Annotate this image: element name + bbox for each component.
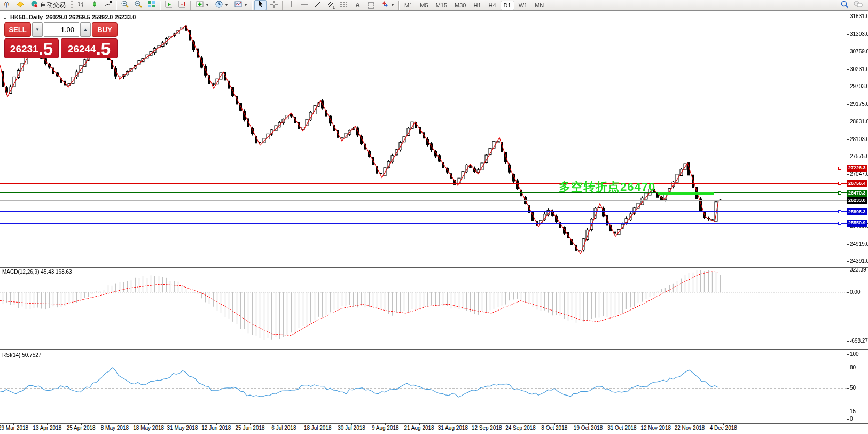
timeframe-button-d1[interactable]: D1	[501, 1, 514, 10]
auto-scroll-button[interactable]	[162, 0, 175, 10]
level-line-handle[interactable]	[838, 167, 841, 170]
date-label: 13 Apr 2018	[33, 425, 61, 431]
date-axis-border	[0, 423, 868, 424]
line-chart-button[interactable]	[101, 0, 114, 10]
rsi-tick-label: 100	[850, 351, 859, 357]
sell-price-box[interactable]: 26231 .5	[4, 38, 59, 58]
order-ticket-icon	[16, 0, 25, 10]
autotrading-button[interactable]: 自动交易	[27, 0, 68, 10]
level-line-handle[interactable]	[838, 222, 841, 225]
timeframe-button-m15[interactable]: M15	[433, 1, 450, 10]
text-label-tool[interactable]: T	[365, 0, 377, 10]
date-tick-mark	[487, 423, 487, 425]
price-level-box: 25550.9	[847, 220, 867, 227]
timeframe-button-m1[interactable]: M1	[401, 1, 416, 10]
date-tick-mark	[318, 423, 318, 425]
level-line-handle[interactable]	[838, 191, 841, 195]
price-level-box: 26470.3	[847, 190, 867, 197]
candlestick-icon	[90, 0, 99, 10]
toolbar-separator	[116, 1, 116, 10]
horizontal-line-tool[interactable]	[298, 0, 310, 10]
chevron-down-icon: ▾	[392, 3, 394, 7]
indicators-button[interactable]: ▾	[193, 0, 211, 10]
price-tick-label: 30231.0	[850, 66, 868, 72]
date-label: 30 Jul 2018	[338, 425, 365, 431]
volume-increase-button[interactable]: ▲	[80, 22, 91, 37]
level-line-handle[interactable]	[838, 182, 841, 185]
tile-windows-icon	[147, 0, 156, 10]
date-tick-mark	[47, 423, 48, 425]
sell-button[interactable]: SELL	[4, 22, 31, 37]
date-tick-mark	[419, 423, 420, 425]
rsi-tick-label: 0	[850, 416, 853, 422]
level-line-handle[interactable]	[838, 210, 841, 213]
cursor-button[interactable]	[254, 0, 267, 10]
arrows-tool[interactable]: ▾	[378, 0, 396, 10]
volume-decrease-button[interactable]: ▼	[32, 22, 43, 37]
arrows-icon	[381, 0, 389, 10]
macd-pane-canvas[interactable]	[0, 268, 847, 349]
candlestick-chart-button[interactable]	[88, 0, 100, 10]
price-level-box: 27226.3	[847, 165, 867, 172]
trendline-tool[interactable]	[311, 0, 324, 10]
date-tick-mark	[115, 423, 115, 425]
date-tick-mark	[351, 423, 352, 425]
buy-button[interactable]: BUY	[92, 22, 118, 37]
date-label: 24 Sep 2018	[505, 425, 536, 431]
price-level-line[interactable]	[0, 223, 847, 224]
toolbar-separator	[252, 1, 252, 10]
text-tool[interactable]: A	[351, 0, 364, 10]
collapse-panel-icon[interactable]: ▲	[3, 16, 7, 20]
timeframe-button-h1[interactable]: H1	[470, 1, 484, 10]
timeframe-button-m30[interactable]: M30	[451, 1, 469, 10]
pivot-annotation-segment[interactable]	[658, 192, 714, 195]
toolbar: 单 自动交易	[0, 0, 868, 11]
new-order-button[interactable]: 单	[1, 0, 13, 10]
timeframe-button-w1[interactable]: W1	[515, 1, 531, 10]
toolbar-right-group	[838, 0, 865, 10]
one-click-trade-panel: SELL ▼ ▲ BUY 26231 .5 26244 .5	[4, 22, 118, 58]
vertical-line-icon	[287, 0, 295, 10]
vertical-line-tool[interactable]	[285, 0, 297, 10]
date-label: 19 Oct 2018	[574, 425, 603, 431]
date-label: 12 Jun 2018	[201, 425, 231, 431]
chart-shift-button[interactable]	[176, 0, 188, 10]
price-level-line[interactable]	[0, 168, 847, 168]
price-tick-label: 31303.0	[850, 31, 868, 37]
rsi-tick-label: 80	[850, 365, 856, 370]
price-tick-label: 24919.0	[850, 241, 868, 247]
price-level-line[interactable]	[0, 211, 847, 212]
periods-button[interactable]: ▾	[212, 0, 230, 10]
search-button[interactable]	[839, 0, 851, 10]
price-tick-label: 31831.0	[850, 13, 868, 19]
price-level-line[interactable]	[0, 192, 847, 193]
crosshair-button[interactable]	[268, 0, 280, 10]
bar-chart-icon	[77, 0, 85, 10]
pane-separator-macd[interactable]	[0, 266, 868, 268]
price-chart-canvas[interactable]	[0, 12, 847, 266]
tile-windows-button[interactable]	[145, 0, 158, 10]
chart-shift-icon	[178, 0, 186, 10]
templates-button[interactable]: ▾	[231, 0, 249, 10]
volume-input[interactable]	[44, 22, 79, 37]
zoom-out-button[interactable]	[132, 0, 144, 10]
community-chat-button[interactable]	[852, 0, 864, 10]
price-tick-label: 29703.0	[850, 83, 868, 89]
mt4-application: 单 自动交易	[0, 0, 868, 434]
date-tick-mark	[284, 423, 284, 425]
rsi-pane-canvas[interactable]	[0, 351, 847, 423]
timeframe-button-mn[interactable]: MN	[531, 1, 547, 10]
timeframe-group: M1M5M15M30H1H4D1W1MN	[401, 1, 548, 10]
chevron-down-icon: ▾	[245, 3, 247, 7]
buy-price-box[interactable]: 26244 .5	[61, 38, 118, 58]
order-ticket-button[interactable]	[14, 0, 26, 10]
timeframe-button-h4[interactable]: H4	[486, 1, 499, 10]
price-level-line[interactable]	[0, 183, 847, 184]
equidistant-channel-tool[interactable]: E	[325, 0, 337, 10]
timeframe-button-m5[interactable]: M5	[417, 1, 431, 10]
zoom-in-button[interactable]	[119, 0, 131, 10]
date-tick-mark	[723, 423, 724, 425]
bar-chart-button[interactable]	[75, 0, 87, 10]
fibonacci-tool[interactable]: F	[338, 0, 350, 10]
pane-separator-rsi[interactable]	[0, 349, 868, 351]
